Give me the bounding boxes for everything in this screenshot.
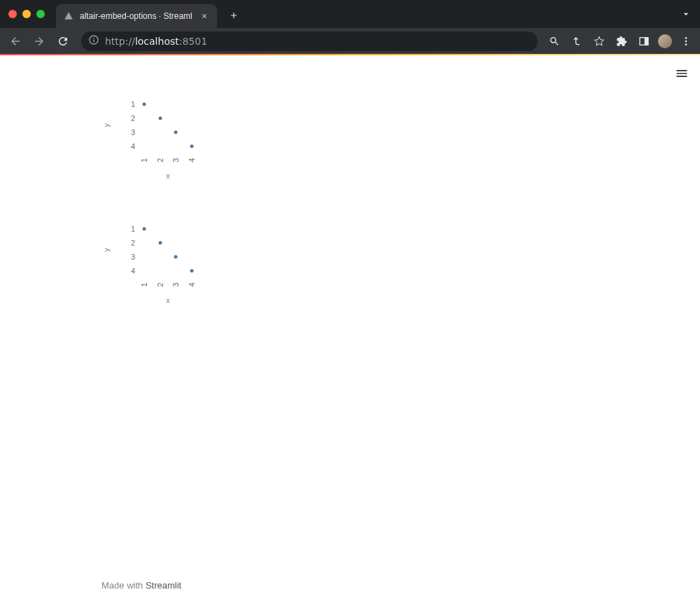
zoom-icon[interactable]: [546, 33, 563, 50]
y-tick: 3: [131, 253, 135, 261]
back-button[interactable]: [6, 31, 25, 51]
url-port: :8501: [179, 36, 207, 47]
url-protocol: http://: [105, 36, 135, 47]
footer: Made with Streamlit: [102, 580, 181, 591]
svg-point-4: [685, 43, 687, 45]
browser-toolbar: http://localhost:8501: [0, 28, 700, 54]
data-point: [174, 131, 178, 134]
data-point: [158, 241, 162, 245]
browser-tab[interactable]: altair-embed-options · Streaml: [56, 4, 217, 28]
url-text: http://localhost:8501: [105, 36, 207, 47]
reload-button[interactable]: [53, 31, 73, 51]
svg-point-3: [685, 40, 687, 42]
y-tick: 2: [131, 114, 135, 122]
x-tick: 4: [188, 158, 196, 162]
browser-chrome: altair-embed-options · Streaml http://: [0, 0, 700, 54]
url-host: localhost: [135, 36, 179, 47]
y-axis-label: y: [102, 248, 111, 252]
y-tick: 1: [131, 225, 135, 233]
window-minimize-button[interactable]: [22, 10, 31, 18]
main-area: 1234y1234x1234y1234x: [0, 55, 700, 304]
forward-button[interactable]: [29, 31, 49, 51]
bookmark-icon[interactable]: [591, 33, 608, 50]
y-tick: 3: [131, 128, 135, 136]
x-tick: 1: [140, 158, 148, 162]
tab-title: altair-embed-options · Streaml: [80, 11, 193, 21]
x-axis-label: x: [136, 296, 200, 304]
plot-area: [136, 97, 200, 153]
data-point: [158, 117, 162, 120]
x-tick: 4: [188, 283, 196, 287]
chart-1: 1234y1234x: [102, 222, 214, 304]
y-tick: 4: [131, 142, 135, 150]
profile-avatar[interactable]: [658, 34, 672, 48]
y-tick: 1: [131, 100, 135, 108]
x-tick: 1: [140, 283, 148, 287]
app-menu-button[interactable]: [673, 65, 690, 82]
data-point: [174, 255, 178, 259]
y-tick: 4: [131, 267, 135, 275]
new-tab-button[interactable]: [224, 6, 244, 25]
tab-favicon-icon: [63, 10, 74, 22]
data-point: [143, 103, 146, 106]
plot-area: [136, 222, 200, 278]
data-point: [190, 145, 193, 148]
x-tick: 2: [156, 283, 164, 287]
svg-rect-1: [645, 37, 648, 45]
toolbar-right-icons: [546, 33, 694, 50]
share-icon[interactable]: [568, 33, 585, 50]
side-panel-icon[interactable]: [636, 33, 652, 50]
window-controls: [8, 10, 45, 18]
extensions-icon[interactable]: [613, 33, 630, 50]
window-maximize-button[interactable]: [36, 10, 45, 18]
x-axis-label: x: [136, 171, 200, 180]
footer-prefix: Made with: [102, 580, 146, 591]
browser-menu-icon[interactable]: [678, 33, 694, 50]
data-point: [143, 227, 146, 231]
tab-bar: altair-embed-options · Streaml: [0, 0, 700, 28]
y-axis-label: y: [102, 123, 111, 127]
svg-point-2: [685, 37, 687, 39]
y-ticks: 1234: [122, 97, 135, 153]
x-ticks: 1234: [136, 153, 200, 166]
tab-list-button[interactable]: [680, 8, 692, 22]
x-tick: 3: [172, 283, 180, 287]
data-point: [190, 269, 193, 273]
x-tick: 2: [156, 158, 164, 162]
y-ticks: 1234: [122, 222, 135, 278]
chart-0: 1234y1234x: [102, 97, 214, 180]
x-tick: 3: [172, 158, 180, 162]
footer-link[interactable]: Streamlit: [146, 580, 181, 591]
app-content: 1234y1234x1234y1234x Made with Streamlit: [0, 55, 700, 599]
tab-close-icon[interactable]: [199, 10, 210, 22]
url-bar[interactable]: http://localhost:8501: [81, 31, 538, 51]
window-close-button[interactable]: [8, 10, 17, 18]
site-info-icon[interactable]: [88, 34, 99, 48]
y-tick: 2: [131, 239, 135, 247]
x-ticks: 1234: [136, 278, 200, 290]
